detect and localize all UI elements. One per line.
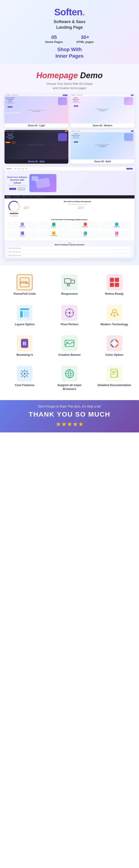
retina-icon-box	[106, 274, 122, 290]
bootstrap-label: Bootstrap 5	[7, 353, 43, 357]
features-title: Feel The Power Of Technology Software Se…	[7, 219, 132, 220]
color-icon-box	[106, 336, 122, 351]
feature-html: HTML PowerFull Code	[4, 272, 45, 298]
demo-card-4[interactable]: Soflead Pages | Blog Start All YourBusin…	[71, 130, 135, 164]
demo-subtitle: Choose Your Demo With 05 Unique and Crea…	[4, 82, 135, 90]
inner-pages-text: Inner Pages	[56, 53, 84, 59]
svg-rect-9	[115, 283, 119, 287]
feature-development: Development Read More	[7, 230, 37, 238]
tab-build[interactable]: Build Software For Business	[22, 196, 33, 197]
stars-rating: ★★★★★	[4, 421, 135, 428]
creative-label: Creative Banner	[52, 353, 88, 357]
logo: Soften.	[4, 7, 135, 18]
demo-nav-logo: SofLead	[6, 168, 12, 169]
bootstrap-icon: B	[19, 338, 30, 349]
svg-point-23	[110, 314, 112, 315]
hero-btn-primary[interactable]: Get Started	[9, 188, 16, 190]
svg-rect-12	[24, 311, 29, 317]
svg-rect-46	[111, 369, 117, 377]
svg-rect-11	[20, 311, 23, 317]
demo-card-3[interactable]: Soflead Home Pages Start Boost YourSoftw…	[4, 130, 68, 164]
mock-illustration-2	[124, 97, 133, 105]
header-section: Soften. Software & Sass Landing Page 05 …	[0, 0, 139, 64]
svg-rect-6	[110, 278, 114, 282]
large-demo-tab-bar: Application Sass Landing Page Build Soft…	[4, 195, 135, 198]
faq-section: FAQ Most Trending & Popular Question Wha…	[4, 240, 135, 258]
tagline-line1: Software & Sass	[54, 20, 85, 24]
homepage-demo-title: Homepage Demo	[4, 71, 135, 80]
cool-icon-box	[17, 366, 33, 381]
feature-creative: Creative Banner	[49, 333, 90, 359]
mock-dot	[5, 95, 6, 95]
browser-icon	[64, 368, 75, 379]
svg-rect-4	[67, 284, 69, 286]
html-label: PowerFull Code	[7, 292, 43, 296]
feature-modern: Modern Technology	[94, 303, 135, 329]
large-demo-hero: Boost Your Software Business With Soflea…	[4, 171, 135, 195]
faq-title: Most Trending & Popular Question	[7, 243, 132, 246]
stat2-label: HTML pages	[76, 40, 94, 43]
features-icons-grid: HTML PowerFull Code Responsive	[4, 272, 135, 393]
faq-item-1[interactable]: What is software development? +	[7, 247, 132, 250]
modern-label: Modern Technology	[96, 322, 132, 327]
feature-data-security: Data Security Read More	[39, 222, 69, 229]
modern-icon-box	[106, 305, 122, 321]
html-icon: HTML	[19, 277, 30, 288]
hero-btn-secondary[interactable]: Learn More	[18, 188, 25, 190]
svg-point-19	[113, 309, 116, 313]
demo-card-1[interactable]: Soflead Home | Pages | Blog Get Started …	[4, 94, 68, 128]
docs-icon	[109, 368, 120, 379]
large-demo-mockup: SofLead Home Pages Blog Docs Get Started…	[4, 167, 135, 258]
tagline: Software & Sass Landing Page	[4, 19, 135, 30]
feature-retina: Retina Ready	[94, 272, 135, 298]
svg-line-39	[27, 376, 28, 377]
large-demo-nav: SofLead Home Pages Blog Docs Get Started	[4, 167, 135, 171]
stat1-label: Home Pages	[45, 40, 63, 43]
mock-illustration-3	[58, 133, 67, 141]
hero-desc: Feel The Power Of Technology Software Se…	[7, 185, 27, 186]
svg-rect-47	[117, 370, 118, 377]
tab-more[interactable]: Co...	[44, 196, 46, 197]
responsive-label: Responsive	[52, 292, 88, 296]
feature-pixel: Pixel Perfect	[49, 303, 90, 329]
demo-subtitle-line1: Choose Your Demo With 05 Unique	[46, 82, 93, 86]
browser-label: Support all major Browsers	[52, 383, 88, 391]
svg-rect-10	[20, 308, 29, 310]
feature-support: Support Read More	[102, 230, 132, 238]
stats-row: 05 Home Pages 30+ HTML pages	[4, 34, 135, 43]
docs-label: Detailed Documentation	[96, 383, 132, 387]
demo-card-1-label: Demo 01 - Light	[4, 123, 68, 128]
thankyou-section: Don't Forget to Rate This Item, it's Hel…	[0, 400, 139, 432]
feature-bootstrap: B Bootstrap 5	[4, 333, 45, 359]
mock-illustration-4	[124, 133, 133, 141]
bootstrap-icon-box: B	[17, 336, 33, 351]
color-icon	[109, 338, 120, 349]
feature-browser: Support all major Browsers	[49, 364, 90, 393]
pixel-icon-box	[62, 305, 77, 321]
feature-responsive: Responsive	[49, 272, 90, 298]
svg-point-25	[113, 315, 115, 317]
svg-line-38	[21, 370, 23, 372]
dont-forget-text: Don't Forget to Rate This Item, it's Hel…	[4, 405, 135, 408]
faq-item-2[interactable]: How does your service work? +	[7, 250, 132, 253]
tab-application[interactable]: Application	[6, 196, 11, 197]
features-section: HTML PowerFull Code Responsive	[0, 266, 139, 400]
tab-startup[interactable]: Startup Business	[35, 196, 42, 197]
svg-text:B: B	[23, 341, 26, 346]
svg-rect-7	[115, 278, 119, 282]
demo-cards-grid: Soflead Home | Pages | Blog Get Started …	[4, 94, 135, 164]
tab-sass[interactable]: Sass Landing Page	[13, 196, 21, 197]
logo-text: Soften.	[54, 7, 84, 18]
content-points: ✓ Agile Development ✓ Quality Assurance …	[23, 207, 132, 209]
demo-subtitle-line2: and Creative home pages	[53, 86, 86, 90]
stat-html-pages: 30+ HTML pages	[76, 34, 94, 43]
features-grid: Software Design Read More Data Security …	[7, 222, 132, 238]
demo-card-2[interactable]: Soflead Home | Pages | Blog Start Modern…	[71, 94, 135, 128]
feature-business-strategy: Business Strategy Read More	[39, 230, 69, 238]
logo-soften: Soften	[54, 7, 82, 18]
shop-with-text: Shop With	[57, 46, 82, 52]
faq-item-3[interactable]: What technologies do you use? +	[7, 254, 132, 257]
pixel-icon	[64, 307, 75, 318]
svg-text:HTML: HTML	[20, 281, 29, 284]
svg-rect-3	[71, 280, 74, 283]
